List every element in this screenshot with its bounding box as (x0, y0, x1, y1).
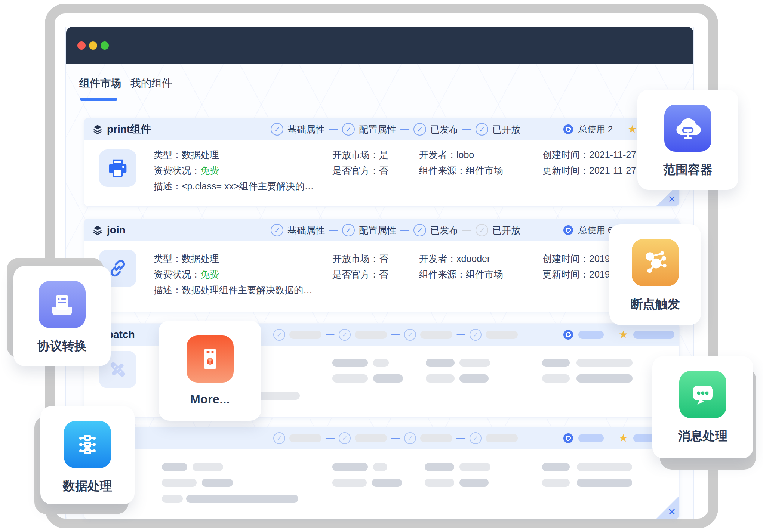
ruler-pen-icon (106, 358, 130, 381)
store-icon (187, 335, 234, 383)
link-icon (108, 258, 128, 278)
field-open-market: 开放市场：是 (332, 149, 388, 161)
step-label-skeleton (289, 434, 321, 442)
component-card-skeleton[interactable] (84, 427, 680, 519)
step-label: 已开放 (492, 224, 520, 236)
field-value: 否 (379, 253, 388, 264)
close-icon[interactable] (668, 507, 676, 517)
field-label: 类型： (154, 253, 182, 264)
field-label: 开放市场： (332, 253, 379, 264)
component-card-join[interactable]: join 基础属性 配置属性 已发布 已开放 总使用 6 (84, 219, 680, 312)
field-fee: 资费状况：免费 (154, 268, 219, 281)
skeleton-pill (332, 359, 368, 367)
card-header (84, 427, 679, 449)
skeleton-pill (577, 479, 632, 487)
step-label: 基础属性 (287, 123, 325, 136)
step-connector (456, 334, 465, 335)
step-connector (400, 230, 409, 231)
feature-card-label: 消息处理 (678, 428, 727, 445)
step-connector (462, 230, 471, 231)
feature-card-data-processing[interactable]: 数据处理 (40, 406, 135, 504)
close-icon[interactable] (668, 194, 676, 204)
active-tab-indicator (80, 98, 117, 101)
skeleton-pill (202, 479, 233, 487)
field-value: 数据处理 (182, 253, 219, 264)
skeleton-pill (193, 463, 223, 471)
field-label: 创建时间： (542, 253, 589, 264)
component-card-print[interactable]: print组件 基础属性 配置属性 已发布 已开放 总使用 2 总评 (84, 118, 680, 207)
step-label: 配置属性 (359, 123, 396, 136)
skeleton-pill (426, 374, 455, 383)
layers-icon (92, 124, 103, 134)
maximize-window-button[interactable] (101, 41, 109, 50)
skeleton-pill (332, 479, 367, 487)
field-value: 否 (379, 165, 388, 176)
field-value: <p.class= xx>组件主要解决的… (182, 181, 314, 191)
field-source: 组件来源：组件市场 (419, 268, 503, 281)
printer-icon (107, 158, 128, 179)
tab-my-components[interactable]: 我的组件 (130, 76, 172, 90)
usage-count: 总使用 6 (578, 224, 613, 236)
component-name: join (92, 219, 126, 241)
field-developer: 开发者：lobo (419, 149, 474, 161)
check-circle-icon (342, 123, 355, 136)
usage-count-skeleton (578, 331, 604, 339)
check-circle-icon (273, 329, 285, 341)
feature-card-more[interactable]: More... (159, 321, 261, 421)
rating-star-icon (628, 124, 637, 134)
step-label: 配置属性 (359, 224, 396, 236)
step-label-skeleton (420, 331, 452, 339)
field-label: 是否官方： (332, 165, 379, 176)
feature-card-scope-container[interactable]: 范围容器 (637, 90, 738, 190)
skeleton-pill (542, 374, 570, 383)
inbox-document-icon (39, 281, 86, 328)
skeleton-pill (577, 463, 632, 471)
skeleton-pill (162, 463, 187, 471)
step-connector (456, 438, 465, 439)
step-label-skeleton (486, 331, 518, 339)
check-circle-icon (339, 432, 351, 444)
check-circle-icon (413, 123, 426, 136)
chat-bubble-icon (679, 371, 726, 418)
field-value: lobo (456, 149, 474, 160)
skeleton-pill (425, 463, 454, 471)
field-developer: 开发者：xdooder (419, 253, 490, 265)
step-connector (329, 129, 338, 130)
rating-star-icon (619, 330, 628, 340)
field-label: 开放市场： (332, 149, 379, 160)
step-label: 已发布 (430, 123, 458, 136)
feature-card-label: 断点触发 (631, 296, 680, 313)
component-icon-tile (99, 149, 136, 187)
step-connector (326, 334, 335, 335)
tab-component-market[interactable]: 组件市场 (79, 76, 121, 90)
skeleton-pill (425, 479, 454, 487)
close-window-button[interactable] (77, 41, 86, 50)
page: 组件市场 我的组件 print组件 基础属性 配置属性 (0, 0, 763, 532)
feature-card-breakpoint-trigger[interactable]: 断点触发 (609, 224, 701, 325)
rating-skeleton (633, 331, 674, 339)
field-fee: 资费状况：免费 (154, 164, 219, 177)
feature-card-protocol-conversion[interactable]: 协议转换 (13, 266, 111, 366)
skeleton-pill (186, 495, 298, 503)
field-value: 数据处理组件主要解决数据的… (182, 285, 313, 295)
check-circle-icon (404, 432, 416, 444)
field-label: 开发者： (419, 149, 456, 160)
field-official: 是否官方：否 (332, 268, 388, 281)
skeleton-pill (332, 463, 368, 471)
usage-eye-icon (563, 124, 573, 134)
field-label: 组件来源： (419, 165, 466, 176)
step-label: 已发布 (430, 224, 458, 236)
feature-card-message-processing[interactable]: 消息处理 (652, 356, 753, 458)
check-circle-icon (470, 329, 482, 341)
minimize-window-button[interactable] (89, 41, 97, 50)
field-value: 否 (379, 269, 388, 279)
skeleton-pill (576, 374, 633, 383)
progress-steps: 基础属性 配置属性 已发布 已开放 (271, 118, 520, 140)
component-name-text: print组件 (107, 122, 151, 136)
field-updated: 更新时间：2019-1 (542, 268, 618, 281)
field-label: 描述： (154, 285, 182, 295)
field-label: 资费状况： (154, 269, 200, 279)
skeleton-pill (162, 495, 183, 503)
step-label: 已开放 (492, 123, 520, 136)
field-official: 是否官方：否 (332, 164, 388, 177)
